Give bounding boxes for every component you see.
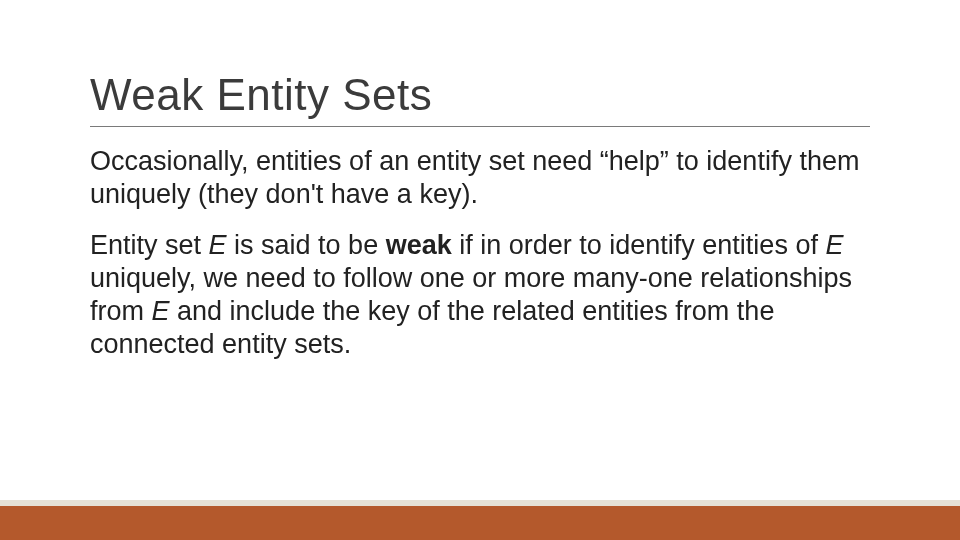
p2-e3: E [152,296,170,326]
slide: Weak Entity Sets Occasionally, entities … [0,0,960,540]
p2-pre: Entity set [90,230,209,260]
body-text: Occasionally, entities of an entity set … [90,145,870,361]
paragraph-1: Occasionally, entities of an entity set … [90,145,870,211]
p2-e1: E [209,230,227,260]
p2-mid2: if in order to identify entities of [452,230,826,260]
p2-mid1: is said to be [227,230,386,260]
slide-content: Weak Entity Sets Occasionally, entities … [90,70,870,379]
slide-title: Weak Entity Sets [90,70,870,120]
p2-weak: weak [386,230,452,260]
footer-accent-bar [0,506,960,540]
p2-e2: E [825,230,843,260]
p2-post: and include the key of the related entit… [90,296,774,359]
title-rule [90,126,870,127]
paragraph-2: Entity set E is said to be weak if in or… [90,229,870,361]
